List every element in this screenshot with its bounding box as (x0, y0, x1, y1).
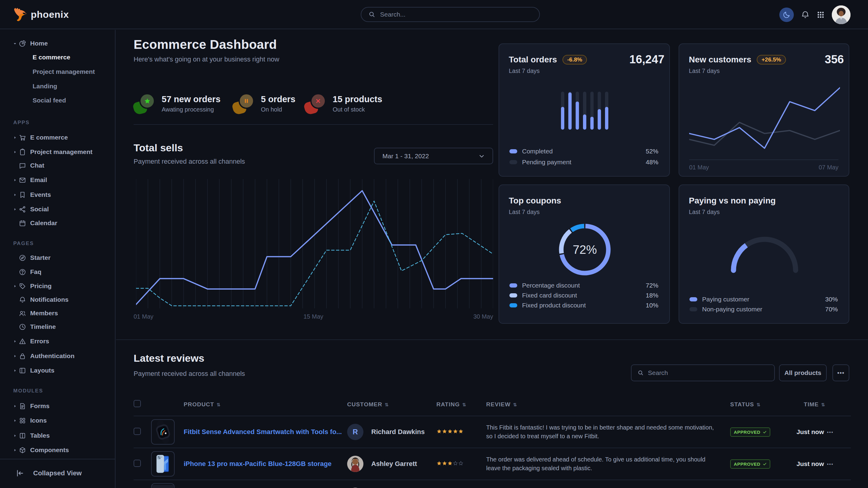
select-all-checkbox[interactable] (134, 400, 141, 407)
caret-right-icon (13, 339, 17, 343)
reviews-search-input[interactable] (648, 369, 768, 377)
customer-avatar[interactable]: R (347, 424, 364, 440)
legend-label: Fixed card discount (522, 292, 577, 299)
check-icon (763, 462, 767, 466)
product-image[interactable] (151, 451, 175, 477)
sidebar-item-icon (19, 352, 26, 360)
all-products-button[interactable]: All products (779, 364, 827, 381)
user-avatar[interactable] (832, 5, 850, 24)
share-icon (19, 205, 26, 213)
caret-right (13, 339, 17, 343)
row-more-button[interactable]: ••• (825, 480, 851, 488)
sidebar-item-social[interactable]: Social (0, 202, 116, 217)
star-icon (144, 98, 151, 105)
sidebar-item-icons[interactable]: Icons (0, 413, 116, 428)
product-link[interactable]: iPhone 13 pro max-Pacific Blue-128GB sto… (184, 460, 332, 468)
sidebar-item-icon (19, 402, 26, 410)
sidebar-item-icon (19, 417, 26, 424)
legend-swatch (689, 307, 697, 312)
bookmark-icon (19, 191, 26, 199)
review-text: This Fitbit is fantastic! I was trying t… (486, 423, 715, 441)
row-more-button[interactable]: ••• (825, 416, 851, 448)
sidebar-item-errors[interactable]: Errors (0, 334, 116, 349)
warning-icon (19, 337, 26, 345)
caret-right-icon (13, 434, 17, 438)
sidebar-subitem-e-commerce[interactable]: E commerce (33, 54, 70, 61)
navbar-search-input[interactable] (380, 11, 532, 18)
row-checkbox[interactable] (134, 460, 141, 467)
total-orders-title: Total orders (509, 55, 557, 65)
col-customer[interactable]: CUSTOMER⇅ (347, 390, 436, 416)
caret-right (13, 150, 17, 154)
product-link[interactable]: Fitbit Sense Advanced Smartwatch with To… (184, 428, 342, 436)
sidebar-item-authentication[interactable]: Authentication (0, 349, 116, 363)
navbar-search[interactable] (361, 7, 540, 22)
sidebar-item-pricing[interactable]: Pricing (0, 279, 116, 293)
row-checkbox[interactable] (134, 428, 141, 435)
sidebar-item-timeline[interactable]: Timeline (0, 320, 116, 334)
caret-right (13, 433, 17, 438)
sidebar-item-home[interactable]: Home (0, 36, 116, 51)
stat-value: 5 orders (261, 94, 295, 104)
customer-avatar[interactable] (347, 456, 364, 472)
sidebar-item-icon (19, 283, 26, 290)
sidebar-subitem-landing[interactable]: Landing (33, 83, 57, 90)
status-badge: APPROVED (730, 427, 770, 437)
product-image[interactable] (151, 483, 175, 488)
stat-icon (134, 93, 155, 114)
caret-right-icon (13, 207, 17, 211)
table-row: Apple MacBook Pro 13 inch-M1-8/256GB-Spa… (134, 480, 851, 488)
star-filled-icon (458, 429, 464, 434)
sidebar-item-tables[interactable]: Tables (0, 428, 116, 443)
collapsed-view-toggle[interactable]: Collapsed View (0, 466, 116, 481)
sidebar-item-icon (19, 268, 26, 276)
reviews-more-button[interactable]: ••• (832, 364, 849, 381)
col-review[interactable]: REVIEW⇅ (486, 390, 730, 416)
sidebar-item-project-management[interactable]: Project management (0, 145, 116, 159)
sidebar-item-calendar[interactable]: Calendar (0, 216, 116, 230)
customer-avatar-initial: R (352, 428, 358, 436)
sidebar-item-email[interactable]: Email (0, 173, 116, 187)
sidebar-item-notifications[interactable]: Notifications (0, 292, 116, 307)
sidebar-item-members[interactable]: Members (0, 306, 116, 320)
new-customers-title: New customers (689, 55, 751, 65)
notifications-button[interactable] (801, 10, 809, 19)
sidebar-subitem-project-management[interactable]: Project management (33, 68, 95, 75)
sidebar-item-icon (19, 162, 26, 169)
sidebar-item-starter[interactable]: Starter (0, 251, 116, 265)
sidebar-item-chat[interactable]: Chat (0, 158, 116, 173)
sidebar-item-layouts[interactable]: Layouts (0, 363, 116, 378)
sidebar-item-icon (19, 254, 26, 262)
col-product[interactable]: PRODUCT⇅ (184, 390, 347, 416)
x-icon (315, 98, 321, 104)
sidebar-item-components[interactable]: Components (0, 443, 116, 457)
col-status[interactable]: STATUS⇅ (730, 390, 797, 416)
x-label: 30 May (473, 313, 493, 320)
sidebar-item-icon (19, 446, 26, 454)
brand[interactable]: phoenix (14, 0, 69, 29)
new-customers-subtitle: Last 7 days (689, 67, 786, 74)
col-rating[interactable]: RATING⇅ (436, 390, 486, 416)
sidebar-item-events[interactable]: Events (0, 188, 116, 202)
product-image[interactable] (151, 419, 175, 445)
date-range-select[interactable]: Mar 1 - 31, 2022 (374, 148, 493, 164)
theme-toggle-button[interactable] (779, 7, 794, 22)
sidebar-item-faq[interactable]: Faq (0, 265, 116, 279)
legend-value: 18% (646, 292, 658, 299)
top-navbar: phoenix (0, 0, 868, 29)
sidebar-item-forms[interactable]: Forms (0, 399, 116, 413)
col-time[interactable]: TIME⇅ (797, 390, 825, 416)
sidebar-item-e-commerce[interactable]: E commerce (0, 130, 116, 145)
caret-right (13, 418, 17, 423)
apps-menu-button[interactable] (817, 10, 825, 19)
reviews-search[interactable] (631, 364, 775, 381)
sidebar-subitem-social-feed[interactable]: Social feed (33, 97, 66, 104)
sidebar-item-label: Chat (30, 162, 44, 169)
review-time: Just now (797, 448, 825, 480)
sidebar-item-icon (19, 205, 26, 213)
columns-icon (19, 432, 26, 440)
legend-swatch (509, 160, 517, 164)
search-icon (638, 369, 644, 376)
row-more-button[interactable]: ••• (825, 448, 851, 480)
review-time: Just now (797, 416, 825, 448)
